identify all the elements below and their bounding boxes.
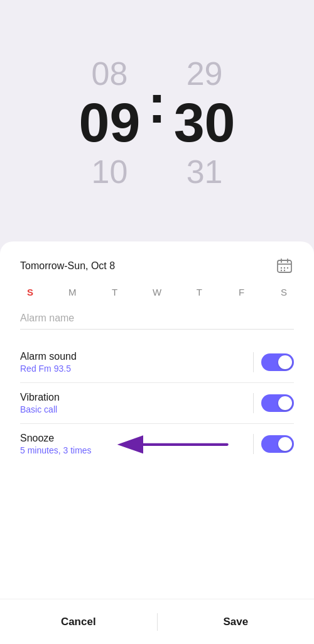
hours-current[interactable]: 09 [78, 95, 140, 150]
date-label: Tomorrow-Sun, Oct 8 [20, 260, 115, 272]
day-sunday[interactable]: S [20, 287, 40, 297]
day-friday[interactable]: F [232, 287, 252, 297]
day-tuesday[interactable]: T [105, 287, 125, 297]
svg-point-7 [281, 270, 282, 271]
alarm-sound-subtitle: Red Fm 93.5 [20, 364, 77, 374]
snooze-title: Snooze [20, 433, 92, 444]
time-picker: 08 09 10 : 29 30 31 [0, 0, 314, 245]
alarm-sound-title: Alarm sound [20, 351, 77, 362]
vibration-right [253, 393, 294, 413]
alarm-name-row[interactable] [20, 313, 294, 330]
svg-point-6 [287, 267, 288, 269]
snooze-row[interactable]: Snooze 5 minutes, 3 times [20, 424, 294, 464]
cancel-button[interactable]: Cancel [0, 603, 157, 641]
date-row: Tomorrow-Sun, Oct 8 [20, 257, 294, 275]
days-of-week: S M T W T F S [20, 287, 294, 297]
time-separator: : [148, 72, 166, 155]
save-button[interactable]: Save [158, 603, 315, 641]
minutes-next[interactable]: 31 [187, 155, 223, 188]
alarm-sound-info: Alarm sound Red Fm 93.5 [20, 351, 77, 374]
vibration-row[interactable]: Vibration Basic call [20, 383, 294, 424]
day-wednesday[interactable]: W [147, 287, 167, 297]
day-saturday[interactable]: S [274, 287, 294, 297]
vibration-toggle[interactable] [261, 394, 294, 412]
minutes-column[interactable]: 29 30 31 [174, 57, 236, 188]
svg-point-4 [281, 267, 282, 269]
day-monday[interactable]: M [62, 287, 82, 297]
vibration-subtitle: Basic call [20, 404, 60, 414]
time-row: 08 09 10 : 29 30 31 [0, 57, 314, 188]
minutes-prev[interactable]: 29 [187, 57, 223, 90]
day-thursday[interactable]: T [189, 287, 209, 297]
settings-panel: Tomorrow-Sun, Oct 8 S M T W T F S [0, 242, 314, 644]
hours-prev[interactable]: 08 [91, 57, 127, 90]
alarm-sound-divider [253, 352, 254, 372]
hours-column[interactable]: 08 09 10 [78, 57, 140, 188]
alarm-sound-toggle[interactable] [261, 353, 294, 371]
svg-point-5 [284, 267, 285, 269]
alarm-sound-right [253, 352, 294, 372]
bottom-buttons: Cancel Save [0, 599, 314, 644]
snooze-toggle[interactable] [261, 435, 294, 453]
calendar-icon[interactable] [275, 257, 294, 275]
vibration-divider [253, 393, 254, 413]
svg-point-8 [284, 270, 285, 271]
snooze-subtitle: 5 minutes, 3 times [20, 445, 92, 455]
vibration-title: Vibration [20, 392, 60, 403]
snooze-info: Snooze 5 minutes, 3 times [20, 433, 92, 455]
alarm-sound-row[interactable]: Alarm sound Red Fm 93.5 [20, 342, 294, 383]
vibration-info: Vibration Basic call [20, 392, 60, 414]
alarm-name-input[interactable] [20, 313, 294, 324]
snooze-right [253, 434, 294, 454]
hours-next[interactable]: 10 [91, 155, 127, 188]
minutes-current[interactable]: 30 [174, 95, 236, 150]
snooze-divider [253, 434, 254, 454]
